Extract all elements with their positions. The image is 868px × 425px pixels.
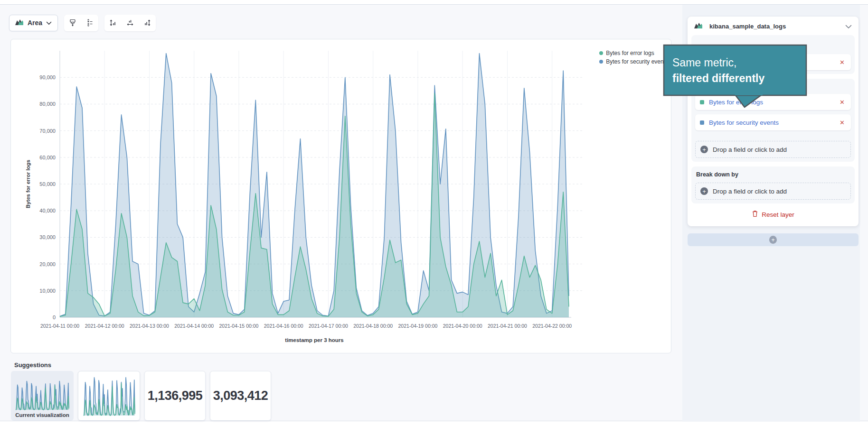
- series-color-chip: [700, 120, 704, 125]
- breakdown-section: Break down by + Drop a field or click to…: [691, 166, 855, 203]
- breakdown-drop-zone[interactable]: + Drop a field or click to add: [695, 183, 851, 200]
- visual-options-button[interactable]: [64, 15, 81, 31]
- svg-text:20,000: 20,000: [39, 261, 56, 267]
- suggestion-thumbnail-chart: [82, 375, 137, 417]
- right-axis-icon: [143, 19, 151, 27]
- suggestion-metric-2[interactable]: 3,093,412: [210, 371, 271, 421]
- svg-text:2021-04-17 00:00: 2021-04-17 00:00: [309, 323, 348, 329]
- remove-dimension-icon[interactable]: ✕: [838, 98, 846, 106]
- area-chart: 2021-04-11 00:002021-04-12 00:002021-04-…: [11, 39, 672, 354]
- svg-text:2021-04-11 00:00: 2021-04-11 00:00: [40, 323, 79, 329]
- drop-zone-label: Drop a field or click to add: [713, 146, 787, 153]
- left-axis-button[interactable]: [104, 15, 122, 31]
- svg-text:Bytes for error logs: Bytes for error logs: [25, 160, 31, 208]
- svg-text:0: 0: [53, 314, 56, 320]
- current-visualization-label: Current visualization: [15, 412, 69, 418]
- left-axis-icon: [109, 19, 117, 27]
- legend-list-icon: [86, 19, 94, 27]
- bottom-axis-button[interactable]: [122, 15, 139, 31]
- remove-dimension-icon[interactable]: ✕: [838, 119, 846, 127]
- right-axis-button[interactable]: [139, 15, 156, 31]
- lens-editor-page: Area: [0, 0, 868, 425]
- legend-label: Bytes for error logs: [606, 50, 654, 56]
- chevron-down-icon: [46, 19, 52, 27]
- svg-text:2021-04-13 00:00: 2021-04-13 00:00: [130, 323, 169, 329]
- plus-icon: +: [700, 187, 708, 195]
- plus-icon: +: [769, 236, 777, 244]
- chart-legend: Bytes for error logs Bytes for security …: [599, 50, 668, 65]
- area-chart-icon: [694, 22, 703, 31]
- style-icon-group: [64, 15, 98, 31]
- area-chart-icon: [15, 18, 24, 27]
- svg-text:2021-04-18 00:00: 2021-04-18 00:00: [353, 323, 393, 329]
- chevron-down-icon: [845, 22, 852, 31]
- svg-text:90,000: 90,000: [39, 74, 56, 80]
- suggestions-row: Current visualization 1,136,995 3,093,41…: [11, 371, 271, 421]
- svg-text:50,000: 50,000: [39, 181, 56, 187]
- bottom-axis-icon: [126, 19, 134, 27]
- visualization-workspace: 2021-04-11 00:002021-04-12 00:002021-04-…: [10, 39, 671, 353]
- callout-line1: Same metric,: [672, 56, 736, 69]
- callout-line2: filtered differently: [672, 72, 764, 84]
- drop-zone-label: Drop a field or click to add: [713, 188, 787, 195]
- dataset-selector[interactable]: kibana_sample_data_logs: [688, 17, 859, 35]
- svg-text:40,000: 40,000: [39, 208, 56, 213]
- svg-text:70,000: 70,000: [39, 128, 56, 134]
- legend-settings-button[interactable]: [81, 15, 98, 31]
- reset-layer-button[interactable]: Reset layer: [688, 210, 859, 219]
- svg-text:2021-04-19 00:00: 2021-04-19 00:00: [398, 323, 437, 329]
- svg-text:2021-04-14 00:00: 2021-04-14 00:00: [174, 323, 214, 329]
- field-label: Bytes for security events: [709, 119, 838, 126]
- remove-dimension-icon[interactable]: ✕: [838, 58, 846, 66]
- legend-dot-blue: [599, 60, 603, 64]
- svg-text:2021-04-12 00:00: 2021-04-12 00:00: [85, 323, 124, 329]
- metric-value: 3,093,412: [213, 388, 268, 403]
- suggestion-area-chart[interactable]: [78, 371, 140, 421]
- legend-dot-green: [599, 51, 603, 55]
- svg-text:2021-04-15 00:00: 2021-04-15 00:00: [219, 323, 259, 329]
- plus-icon: +: [700, 146, 708, 153]
- axis-icon-group: [104, 15, 156, 31]
- svg-text:60,000: 60,000: [39, 155, 56, 160]
- add-layer-button[interactable]: +: [688, 233, 859, 246]
- svg-text:2021-04-22 00:00: 2021-04-22 00:00: [532, 323, 572, 329]
- breakdown-title: Break down by: [696, 171, 851, 178]
- paintbrush-icon: [69, 19, 76, 27]
- svg-text:2021-04-20 00:00: 2021-04-20 00:00: [443, 323, 482, 329]
- chart-toolbar: Area: [9, 14, 156, 31]
- suggestion-current-visualization[interactable]: Current visualization: [11, 371, 74, 421]
- chart-type-label: Area: [28, 19, 42, 27]
- svg-text:10,000: 10,000: [39, 288, 56, 294]
- suggestion-metric-1[interactable]: 1,136,995: [144, 371, 206, 421]
- editor-canvas: Area: [0, 4, 868, 421]
- legend-item-error-logs[interactable]: Bytes for error logs: [599, 50, 668, 56]
- svg-text:2021-04-16 00:00: 2021-04-16 00:00: [264, 323, 303, 329]
- legend-label: Bytes for security events: [606, 58, 668, 65]
- reset-layer-label: Reset layer: [762, 211, 794, 218]
- suggestions-title: Suggestions: [14, 361, 51, 369]
- dataset-label: kibana_sample_data_logs: [709, 23, 839, 30]
- chart-type-selector[interactable]: Area: [9, 15, 58, 31]
- svg-text:2021-04-21 00:00: 2021-04-21 00:00: [488, 323, 527, 329]
- svg-text:timestamp per 3 hours: timestamp per 3 hours: [285, 337, 343, 343]
- suggestion-thumbnail-chart: [14, 379, 71, 411]
- svg-text:80,000: 80,000: [39, 101, 56, 107]
- vertical-axis-drop-zone[interactable]: + Drop a field or click to add: [695, 141, 851, 158]
- metric-value: 1,136,995: [148, 388, 203, 403]
- legend-item-security-events[interactable]: Bytes for security events: [599, 58, 668, 65]
- metric-row-security-events[interactable]: Bytes for security events ✕: [695, 114, 851, 130]
- svg-text:30,000: 30,000: [39, 234, 56, 240]
- trash-icon: [752, 210, 758, 219]
- annotation-callout: Same metric, filtered differently: [663, 44, 810, 111]
